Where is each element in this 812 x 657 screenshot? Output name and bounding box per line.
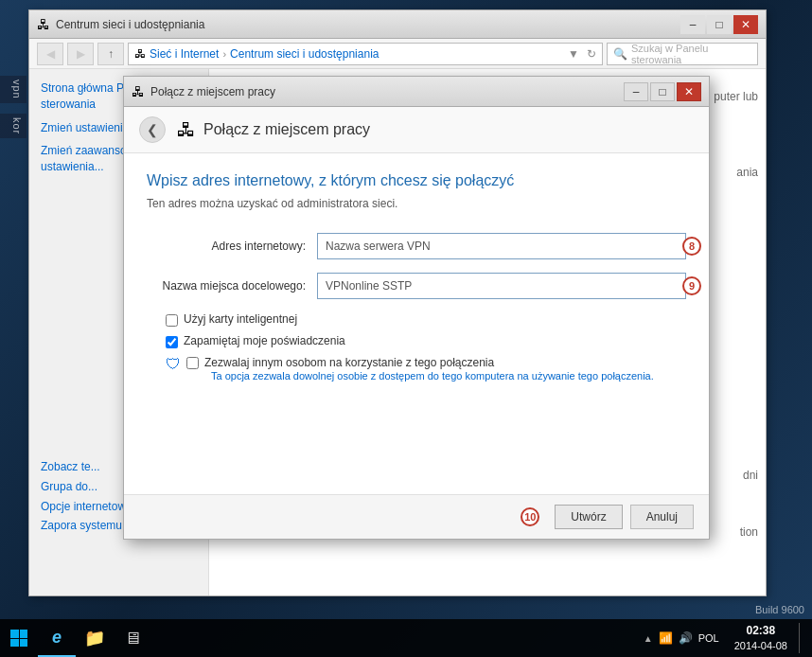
smart-card-label: Użyj karty inteligentnej xyxy=(184,312,297,326)
address-input-wrapper: 8 xyxy=(317,233,686,259)
create-button[interactable]: Utwórz xyxy=(555,505,622,529)
build-info: Build 9600 xyxy=(755,604,804,615)
search-placeholder: Szukaj w Panelu sterowania xyxy=(631,43,751,65)
vpn-taskbar-button[interactable]: 🖥 xyxy=(114,619,151,657)
start-button[interactable] xyxy=(0,619,38,657)
dialog-body: ❮ 🖧 Połącz z miejscem pracy Wpisz adres … xyxy=(124,107,709,539)
sound-tray-icon[interactable]: 🔊 xyxy=(679,631,693,645)
bg-main-text4: tion xyxy=(740,524,758,541)
cancel-button[interactable]: Anuluj xyxy=(630,505,694,529)
bg-toolbar: ◀ ▶ ↑ 🖧 Sieć i Internet › Centrum sieci … xyxy=(29,39,766,69)
up-button[interactable]: ↑ xyxy=(97,43,124,65)
search-icon: 🔍 xyxy=(613,47,627,61)
bg-main-text2: ania xyxy=(736,164,758,181)
connect-dialog: 🖧 Połącz z miejscem pracy – □ ✕ ❮ 🖧 Połą… xyxy=(123,76,710,540)
dialog-title-icon: 🖧 xyxy=(132,84,145,99)
tray-icons: ▲ 📶 🔊 POL xyxy=(636,631,727,645)
network-center-icon: 🖧 xyxy=(37,17,50,32)
clock-date: 2014-04-08 xyxy=(734,639,787,652)
sidebar-vpn-label: vpn xyxy=(0,76,26,103)
bg-close-button[interactable]: ✕ xyxy=(733,15,758,34)
allow-others-checkbox[interactable] xyxy=(186,357,199,369)
tray-arrow-icon[interactable]: ▲ xyxy=(644,633,653,644)
bg-minimize-button[interactable]: – xyxy=(680,15,705,34)
bg-win-controls: – □ ✕ xyxy=(680,15,758,34)
taskbar: e 📁 🖥 ▲ 📶 🔊 POL 02:38 2014-04-08 xyxy=(0,619,812,657)
sidebar-kor-label: kor xyxy=(0,114,26,138)
dialog-close-button[interactable]: ✕ xyxy=(677,82,701,101)
allow-others-label: Zezwalaj innym osobom na korzystanie z t… xyxy=(204,356,494,369)
network-tray-icon[interactable]: 📶 xyxy=(659,631,673,645)
clock-time: 02:38 xyxy=(734,624,787,639)
instruction-text: Ten adres można uzyskać od administrator… xyxy=(147,197,686,210)
address-label: Adres internetowy: xyxy=(147,240,317,253)
remember-checkbox[interactable] xyxy=(166,336,178,348)
dialog-minimize-button[interactable]: – xyxy=(624,82,648,101)
lang-label[interactable]: POL xyxy=(698,632,719,644)
dialog-header: ❮ 🖧 Połącz z miejscem pracy xyxy=(124,107,709,153)
ie-taskbar-button[interactable]: e xyxy=(38,619,76,657)
dialog-back-button[interactable]: ❮ xyxy=(139,116,166,143)
bg-main-text3: dni xyxy=(743,467,758,484)
bg-window-titlebar: 🖧 Centrum sieci i udostępniania – □ ✕ xyxy=(29,10,766,39)
allow-others-description: Ta opcja zezwala dowolnej osobie z dostę… xyxy=(211,369,654,383)
dialog-title: Połącz z miejscem pracy xyxy=(150,85,624,98)
network-icon-small: 🖧 xyxy=(134,47,146,61)
smart-card-checkbox[interactable] xyxy=(166,314,178,327)
address-bar[interactable]: 🖧 Sieć i Internet › Centrum sieci i udos… xyxy=(128,43,603,65)
destination-input[interactable] xyxy=(317,273,686,299)
dropdown-icon[interactable]: ▼ xyxy=(568,47,579,61)
step-9-badge: 9 xyxy=(682,276,701,295)
remember-row: Zapamiętaj moje poświadczenia xyxy=(166,334,686,348)
allow-others-row: 🛡 Zezwalaj innym osobom na korzystanie z… xyxy=(166,356,686,383)
shield-icon: 🛡 xyxy=(166,356,181,373)
dialog-header-title: Połącz z miejscem pracy xyxy=(203,121,370,138)
checkbox-section: Użyj karty inteligentnej Zapamiętaj moje… xyxy=(147,312,686,383)
step-10-badge: 10 xyxy=(521,507,539,526)
dialog-maximize-button[interactable]: □ xyxy=(650,82,675,101)
smart-card-row: Użyj karty inteligentnej xyxy=(166,312,686,327)
refresh-icon[interactable]: ↻ xyxy=(587,47,596,61)
destination-row: Nazwa miejsca docelowego: 9 xyxy=(147,273,686,299)
destination-label: Nazwa miejsca docelowego: xyxy=(147,279,317,293)
dialog-footer: 10 Utwórz Anuluj xyxy=(124,494,709,539)
remember-label: Zapamiętaj moje poświadczenia xyxy=(184,334,345,347)
bg-main-text1: puter lub xyxy=(714,88,758,105)
breadcrumb-current[interactable]: Centrum sieci i udostępniania xyxy=(230,47,379,61)
explorer-taskbar-button[interactable]: 📁 xyxy=(76,619,114,657)
taskbar-clock[interactable]: 02:38 2014-04-08 xyxy=(734,624,787,652)
breadcrumb-network[interactable]: Sieć i Internet xyxy=(150,47,219,61)
back-button[interactable]: ◀ xyxy=(37,43,63,65)
bg-maximize-button[interactable]: □ xyxy=(707,15,732,34)
show-desktop-button[interactable] xyxy=(799,623,804,653)
address-row: Adres internetowy: 8 xyxy=(147,233,686,259)
dialog-win-controls: – □ ✕ xyxy=(624,82,701,101)
search-bar[interactable]: 🔍 Szukaj w Panelu sterowania xyxy=(607,43,758,65)
dialog-header-icon: 🖧 xyxy=(177,119,196,141)
dialog-content: Wpisz adres internetowy, z którym chcesz… xyxy=(124,153,709,494)
dialog-titlebar: 🖧 Połącz z miejscem pracy – □ ✕ xyxy=(124,77,709,107)
instruction-title: Wpisz adres internetowy, z którym chcesz… xyxy=(147,172,686,189)
taskbar-tray: ▲ 📶 🔊 POL 02:38 2014-04-08 xyxy=(636,623,812,653)
desktop: 🖧 Centrum sieci i udostępniania – □ ✕ ◀ … xyxy=(0,0,812,657)
address-input[interactable] xyxy=(317,233,686,259)
step-8-badge: 8 xyxy=(682,237,701,256)
forward-button[interactable]: ▶ xyxy=(67,43,94,65)
windows-logo xyxy=(10,630,27,647)
destination-input-wrapper: 9 xyxy=(317,273,686,299)
bg-window-title: Centrum sieci i udostępniania xyxy=(56,18,204,31)
